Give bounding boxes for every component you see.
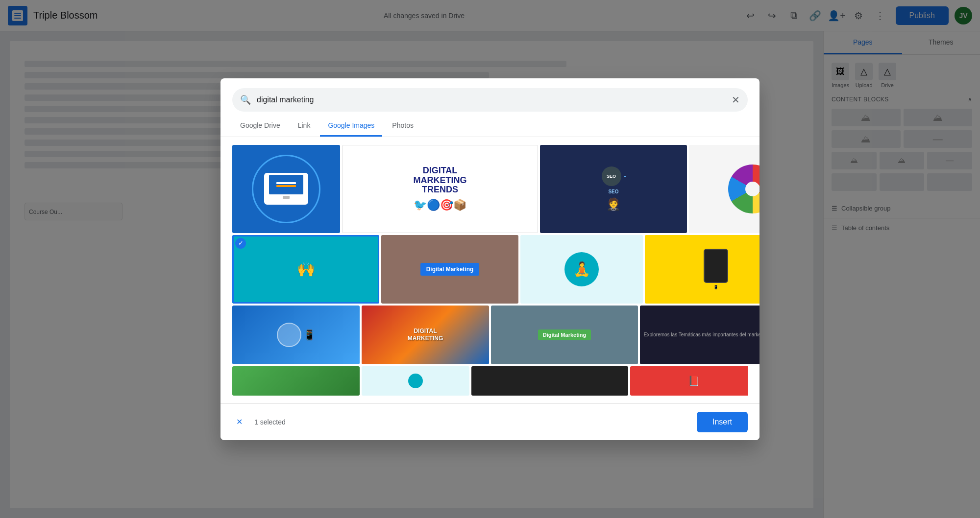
selection-checkmark: ✓ <box>235 238 246 249</box>
clear-selection-button[interactable]: ✕ <box>232 413 246 430</box>
image-row-2: ✓ 🙌 Digital Marketing 🧘 📱 <box>232 235 748 304</box>
image-result-11[interactable]: DIGITALMARKETING <box>362 306 489 364</box>
image-result-4[interactable] <box>689 145 760 233</box>
dialog-search-area: 🔍 ✕ <box>220 78 760 112</box>
tab-google-drive[interactable]: Google Drive <box>232 116 288 137</box>
tab-google-images[interactable]: Google Images <box>320 116 382 137</box>
tab-photos[interactable]: Photos <box>384 116 421 137</box>
image-result-12[interactable]: Digital Marketing <box>491 306 638 364</box>
image-row-1: DIGITALMARKETINGTRENDS 🐦🔵🎯📦 SEO SEO 🤵 <box>232 145 748 233</box>
image-result-17[interactable] <box>471 366 628 396</box>
search-input[interactable] <box>257 95 740 104</box>
image-result-1[interactable] <box>232 145 340 233</box>
selected-count-label: 1 selected <box>254 418 689 426</box>
search-box: 🔍 ✕ <box>232 88 748 112</box>
image-result-6[interactable]: Digital Marketing <box>381 235 518 304</box>
image-result-7[interactable]: 🧘 <box>520 235 643 304</box>
image-result-10[interactable]: 📱 <box>232 306 360 364</box>
search-clear-button[interactable]: ✕ <box>732 94 740 106</box>
image-result-8[interactable]: 📱 <box>645 235 760 304</box>
modal-overlay[interactable]: 🔍 ✕ Google Drive Link Google Images Phot… <box>0 0 980 518</box>
image-result-2[interactable]: DIGITALMARKETINGTRENDS 🐦🔵🎯📦 <box>342 145 538 233</box>
tab-link[interactable]: Link <box>290 116 318 137</box>
keyboard-label: Digital Marketing <box>420 263 480 276</box>
image-row-3: 📱 DIGITALMARKETING Digital Marketing Exp… <box>232 306 748 364</box>
dialog-tabs: Google Drive Link Google Images Photos <box>220 116 760 137</box>
image-result-18[interactable]: 📕 <box>630 366 748 396</box>
image-result-15[interactable] <box>232 366 360 396</box>
image-result-5[interactable]: ✓ 🙌 <box>232 235 379 304</box>
dialog-footer: ✕ 1 selected Insert <box>220 403 760 440</box>
image-row-4: 📕 <box>232 366 748 396</box>
image-search-dialog: 🔍 ✕ Google Drive Link Google Images Phot… <box>220 78 760 440</box>
image-result-13[interactable]: Exploremos las Temáticas más importantes… <box>640 306 760 364</box>
image-results-body: DIGITALMARKETINGTRENDS 🐦🔵🎯📦 SEO SEO 🤵 <box>220 137 760 403</box>
image-result-16[interactable] <box>362 366 469 396</box>
search-icon: 🔍 <box>240 94 251 105</box>
image-result-3[interactable]: SEO SEO 🤵 <box>540 145 687 233</box>
insert-button[interactable]: Insert <box>697 412 748 432</box>
